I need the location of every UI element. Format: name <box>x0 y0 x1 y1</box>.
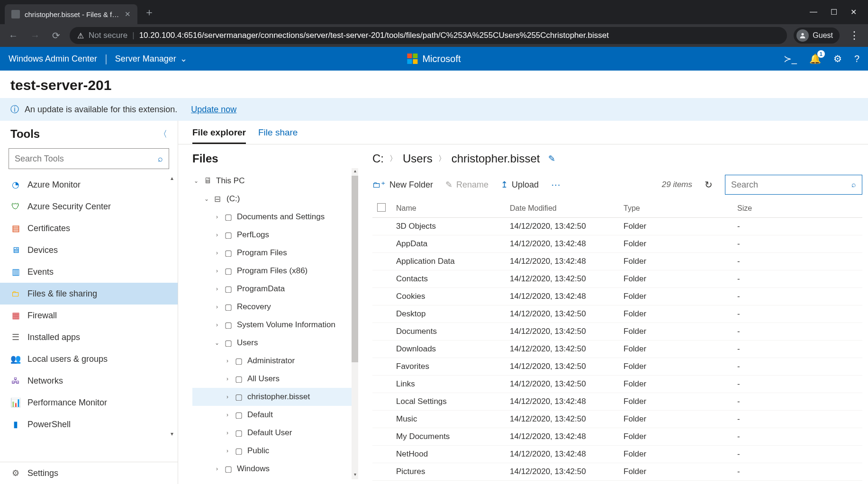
tree-node[interactable]: ⌄⊟(C:) <box>192 190 352 208</box>
scroll-down-icon[interactable]: ▾ <box>352 472 358 479</box>
sidebar-item-files-file-sharing[interactable]: 🗀Files & file sharing <box>0 283 178 305</box>
new-folder-button[interactable]: 🗀⁺New Folder <box>372 179 433 190</box>
chevron-down-icon[interactable]: ⌄ <box>213 340 221 346</box>
tree-node[interactable]: ›▢All Users <box>192 370 352 388</box>
table-row[interactable]: Pictures14/12/2020, 13:42:50Folder- <box>372 463 862 481</box>
table-row[interactable]: My Documents14/12/2020, 13:42:48Folder- <box>372 428 862 446</box>
tree-node[interactable]: ›▢christopher.bisset <box>192 388 352 406</box>
tree-node[interactable]: ⌄▢Users <box>192 334 352 352</box>
chevron-right-icon[interactable]: › <box>213 268 221 274</box>
tree-node[interactable]: ›▢Program Files <box>192 244 352 262</box>
breadcrumb-seg[interactable]: C: <box>372 152 384 165</box>
scroll-up-icon[interactable]: ▴ <box>168 175 176 181</box>
notifications-icon[interactable]: 🔔1 <box>809 53 821 64</box>
table-row[interactable]: Desktop14/12/2020, 13:42:50Folder- <box>372 305 862 323</box>
chevron-right-icon[interactable]: › <box>224 430 231 436</box>
window-minimize-icon[interactable]: — <box>810 8 817 17</box>
tree-node[interactable]: ›▢Program Files (x86) <box>192 262 352 280</box>
tools-search-input[interactable] <box>15 154 158 164</box>
col-name[interactable]: Name <box>396 204 510 213</box>
edit-path-icon[interactable]: ✎ <box>548 153 555 164</box>
col-size[interactable]: Size <box>737 204 794 213</box>
sidebar-item-networks[interactable]: 🖧Networks <box>0 370 178 392</box>
settings-gear-icon[interactable]: ⚙ <box>833 53 842 64</box>
scroll-down-icon[interactable]: ▾ <box>168 430 176 437</box>
sidebar-item-devices[interactable]: 🖥Devices <box>0 239 178 261</box>
chevron-right-icon[interactable]: › <box>224 412 231 418</box>
sidebar-item-azure-security-center[interactable]: 🛡Azure Security Center <box>0 196 178 217</box>
sidebar-item-events[interactable]: ▥Events <box>0 261 178 283</box>
breadcrumb-seg[interactable]: christopher.bisset <box>452 152 540 165</box>
table-row[interactable]: Local Settings14/12/2020, 13:42:48Folder… <box>372 393 862 411</box>
forward-button[interactable]: → <box>27 30 43 41</box>
table-row[interactable]: Links14/12/2020, 13:42:50Folder- <box>372 376 862 393</box>
scrollbar-thumb[interactable] <box>352 176 358 362</box>
new-tab-button[interactable]: ＋ <box>144 5 154 19</box>
sidebar-item-local-users-groups[interactable]: 👥Local users & groups <box>0 348 178 370</box>
chevron-right-icon[interactable]: › <box>213 322 221 328</box>
update-now-link[interactable]: Update now <box>191 105 236 115</box>
scope-selector[interactable]: Server Manager ⌄ <box>115 54 187 64</box>
col-type[interactable]: Type <box>624 204 737 213</box>
table-row[interactable]: Downloads14/12/2020, 13:42:50Folder- <box>372 341 862 358</box>
chevron-right-icon[interactable]: › <box>224 448 231 454</box>
sidebar-item-azure-monitor[interactable]: ◔Azure Monitor <box>0 174 178 196</box>
tab-file-explorer[interactable]: File explorer <box>192 127 246 144</box>
tree-scrollbar[interactable]: ▴ ▾ <box>352 168 358 479</box>
table-row[interactable]: Contacts14/12/2020, 13:42:50Folder- <box>372 270 862 288</box>
table-row[interactable]: Cookies14/12/2020, 13:42:48Folder- <box>372 288 862 305</box>
sidebar-item-certificates[interactable]: ▤Certificates <box>0 217 178 239</box>
profile-button[interactable]: Guest <box>794 27 840 44</box>
tools-search[interactable]: ⌕ <box>9 148 169 169</box>
chevron-right-icon[interactable]: › <box>213 304 221 310</box>
chevron-down-icon[interactable]: ⌄ <box>203 196 210 202</box>
table-row[interactable]: 3D Objects14/12/2020, 13:42:50Folder- <box>372 218 862 235</box>
chevron-right-icon[interactable]: › <box>224 358 231 364</box>
collapse-tools-icon[interactable]: 〈 <box>159 128 167 140</box>
more-actions-icon[interactable]: ⋯ <box>551 179 561 190</box>
browser-tab[interactable]: christopher.bisset - Files & file sh ✕ <box>5 4 137 24</box>
breadcrumb-seg[interactable]: Users <box>403 152 433 165</box>
chevron-right-icon[interactable]: › <box>213 466 221 472</box>
window-maximize-icon[interactable]: ☐ <box>831 8 837 17</box>
sidebar-item-powershell[interactable]: ▮PowerShell <box>0 413 178 435</box>
reload-button[interactable]: ⟳ <box>49 30 63 41</box>
table-row[interactable]: AppData14/12/2020, 13:42:48Folder- <box>372 235 862 253</box>
sidebar-item-settings[interactable]: ⚙ Settings <box>0 462 178 484</box>
tree-node[interactable]: ›▢Windows <box>192 460 352 478</box>
upload-button[interactable]: ↥Upload <box>501 179 539 190</box>
col-date[interactable]: Date Modified <box>510 204 624 213</box>
tree-node[interactable]: ⌄🖥This PC <box>192 172 352 190</box>
tree-node[interactable]: ›▢Default User <box>192 424 352 442</box>
chevron-down-icon[interactable]: ⌄ <box>192 178 200 184</box>
tree-node[interactable]: ›▢Administrator <box>192 352 352 370</box>
refresh-icon[interactable]: ↻ <box>705 179 713 190</box>
table-row[interactable]: Application Data14/12/2020, 13:42:48Fold… <box>372 253 862 270</box>
tab-close-icon[interactable]: ✕ <box>125 10 131 18</box>
tree-node[interactable]: ›▢Default <box>192 406 352 424</box>
back-button[interactable]: ← <box>6 30 21 41</box>
tree-node[interactable]: ›▢PerfLogs <box>192 226 352 244</box>
tree-node[interactable]: ›▢ProgramData <box>192 280 352 298</box>
browser-menu-icon[interactable]: ⋮ <box>846 29 862 42</box>
table-row[interactable]: Music14/12/2020, 13:42:50Folder- <box>372 411 862 428</box>
chevron-right-icon[interactable]: › <box>224 376 231 382</box>
scroll-up-icon[interactable]: ▴ <box>352 168 358 176</box>
help-icon[interactable]: ? <box>854 54 859 64</box>
table-row[interactable]: Favorites14/12/2020, 13:42:50Folder- <box>372 358 862 376</box>
chevron-right-icon[interactable]: › <box>224 394 231 400</box>
powershell-icon[interactable]: ≻_ <box>784 53 797 64</box>
file-search-input[interactable] <box>731 180 851 190</box>
tree-node[interactable]: ›▢Recovery <box>192 298 352 316</box>
sidebar-item-firewall[interactable]: ▦Firewall <box>0 305 178 326</box>
tab-file-share[interactable]: File share <box>258 127 298 144</box>
table-row[interactable]: Documents14/12/2020, 13:42:50Folder- <box>372 323 862 341</box>
table-row[interactable]: NetHood14/12/2020, 13:42:48Folder- <box>372 446 862 463</box>
address-bar[interactable]: ⚠ Not secure | 10.20.100.4:6516/serverma… <box>70 27 787 44</box>
tree-node[interactable]: ›▢System Volume Information <box>192 316 352 334</box>
sidebar-item-installed-apps[interactable]: ☰Installed apps <box>0 326 178 348</box>
sidebar-item-performance-monitor[interactable]: 📊Performance Monitor <box>0 392 178 413</box>
chevron-right-icon[interactable]: › <box>213 214 221 220</box>
select-all-checkbox[interactable] <box>377 203 386 212</box>
chevron-right-icon[interactable]: › <box>213 232 221 238</box>
